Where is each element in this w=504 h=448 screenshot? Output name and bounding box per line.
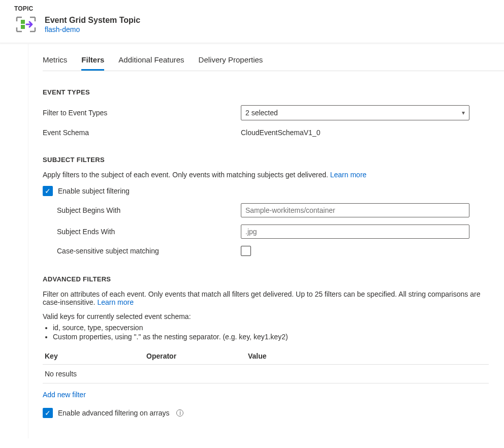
section-advanced-filters: ADVANCED FILTERS Filter on attributes of… bbox=[43, 275, 504, 418]
topic-header: TOPIC Event Grid System Topic flash-demo bbox=[0, 0, 504, 43]
event-schema-label: Event Schema bbox=[43, 129, 241, 137]
event-schema-value: CloudEventSchemaV1_0 bbox=[241, 129, 320, 137]
advanced-filters-title: ADVANCED FILTERS bbox=[43, 275, 489, 283]
check-icon: ✓ bbox=[45, 187, 51, 195]
tab-metrics[interactable]: Metrics bbox=[43, 49, 67, 71]
event-types-title: EVENT TYPES bbox=[43, 88, 489, 96]
topic-resource-link[interactable]: flash-demo bbox=[45, 25, 140, 34]
topic-title: Event Grid System Topic bbox=[45, 16, 140, 25]
enable-advanced-arrays-label: Enable advanced filtering on arrays bbox=[58, 409, 169, 417]
event-grid-topic-icon bbox=[14, 14, 38, 35]
enable-subject-filtering-label: Enable subject filtering bbox=[58, 187, 130, 195]
add-new-filter-link[interactable]: Add new filter bbox=[43, 391, 86, 399]
chevron-down-icon: ▾ bbox=[462, 109, 465, 116]
topic-label: TOPIC bbox=[14, 5, 490, 12]
check-icon: ✓ bbox=[45, 409, 51, 417]
col-value: Value bbox=[248, 352, 487, 360]
valid-keys-item: id, source, type, specversion bbox=[53, 324, 489, 332]
tab-filters[interactable]: Filters bbox=[81, 49, 104, 71]
valid-keys-list: id, source, type, specversion Custom pro… bbox=[53, 324, 489, 341]
subject-ends-with-label: Subject Ends With bbox=[57, 228, 241, 236]
case-sensitive-label: Case-sensitive subject matching bbox=[57, 247, 241, 255]
filter-event-types-select[interactable]: 2 selected ▾ bbox=[241, 105, 469, 120]
subject-filters-title: SUBJECT FILTERS bbox=[43, 156, 489, 164]
no-results-row: No results bbox=[43, 365, 489, 383]
subject-begins-with-label: Subject Begins With bbox=[57, 206, 241, 214]
enable-subject-filtering-checkbox[interactable]: ✓ bbox=[43, 186, 53, 196]
subject-filters-desc: Apply filters to the subject of each eve… bbox=[43, 171, 489, 179]
svg-rect-1 bbox=[21, 25, 25, 29]
info-icon[interactable]: i bbox=[176, 409, 183, 417]
section-event-types: EVENT TYPES Filter to Event Types 2 sele… bbox=[43, 88, 504, 139]
col-key: Key bbox=[45, 352, 146, 360]
left-gutter bbox=[0, 43, 28, 438]
advanced-filters-desc: Filter on attributes of each event. Only… bbox=[43, 290, 489, 306]
tab-additional-features[interactable]: Additional Features bbox=[118, 49, 184, 71]
tab-delivery-properties[interactable]: Delivery Properties bbox=[199, 49, 263, 71]
section-subject-filters: SUBJECT FILTERS Apply filters to the sub… bbox=[43, 156, 504, 258]
svg-rect-0 bbox=[21, 20, 25, 24]
tab-bar: Metrics Filters Additional Features Deli… bbox=[43, 49, 504, 71]
valid-keys-intro: Valid keys for currently selected event … bbox=[43, 312, 489, 321]
valid-keys-item: Custom properties, using "." as the nest… bbox=[53, 333, 489, 341]
col-operator: Operator bbox=[146, 352, 248, 360]
advanced-learn-more-link[interactable]: Learn more bbox=[97, 298, 134, 306]
advanced-filters-table-header: Key Operator Value bbox=[43, 348, 489, 365]
enable-advanced-arrays-checkbox[interactable]: ✓ bbox=[43, 408, 53, 418]
subject-begins-with-input[interactable] bbox=[241, 203, 469, 217]
case-sensitive-checkbox[interactable] bbox=[241, 246, 251, 256]
subject-ends-with-input[interactable] bbox=[241, 225, 469, 239]
filter-event-types-value: 2 selected bbox=[245, 109, 278, 117]
subject-learn-more-link[interactable]: Learn more bbox=[330, 171, 367, 179]
filter-event-types-label: Filter to Event Types bbox=[43, 109, 241, 117]
